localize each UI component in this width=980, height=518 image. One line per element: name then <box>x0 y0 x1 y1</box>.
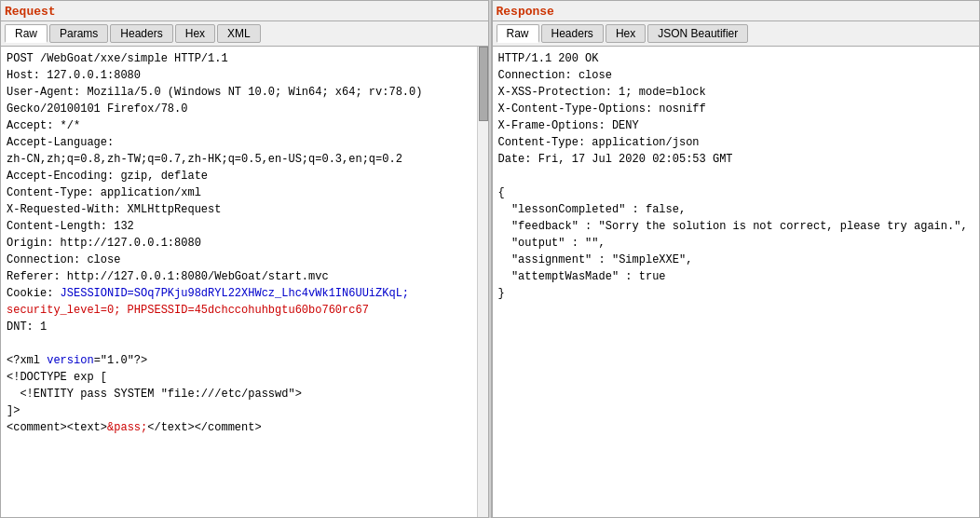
request-panel-title: Request <box>1 1 488 21</box>
request-text: POST /WebGoat/xxe/simple HTTP/1.1 Host: … <box>7 50 471 436</box>
tab-headers-request[interactable]: Headers <box>110 24 172 43</box>
tab-xml-request[interactable]: XML <box>217 24 261 43</box>
response-panel-title: Response <box>493 1 980 21</box>
tab-raw-request[interactable]: Raw <box>5 24 48 43</box>
request-scrollbar[interactable] <box>477 47 488 517</box>
request-content-wrapper: POST /WebGoat/xxe/simple HTTP/1.1 Host: … <box>1 47 488 517</box>
tab-hex-request[interactable]: Hex <box>175 24 215 43</box>
request-tab-bar: Raw Params Headers Hex XML <box>1 21 488 47</box>
response-tab-bar: Raw Headers Hex JSON Beautifier <box>493 21 980 47</box>
request-panel: Request Raw Params Headers Hex XML POST … <box>0 0 488 518</box>
tab-json-beautifier-response[interactable]: JSON Beautifier <box>647 24 748 43</box>
response-text: HTTP/1.1 200 OK Connection: close X-XSS-… <box>498 50 974 302</box>
response-content[interactable]: HTTP/1.1 200 OK Connection: close X-XSS-… <box>493 47 980 517</box>
request-content[interactable]: POST /WebGoat/xxe/simple HTTP/1.1 Host: … <box>1 47 477 517</box>
response-panel: Response Raw Headers Hex JSON Beautifier… <box>492 0 981 518</box>
tab-hex-response[interactable]: Hex <box>606 24 646 43</box>
tab-params-request[interactable]: Params <box>49 24 108 43</box>
request-scrollbar-thumb[interactable] <box>479 47 488 121</box>
tab-headers-response[interactable]: Headers <box>541 24 604 43</box>
tab-raw-response[interactable]: Raw <box>497 24 539 43</box>
